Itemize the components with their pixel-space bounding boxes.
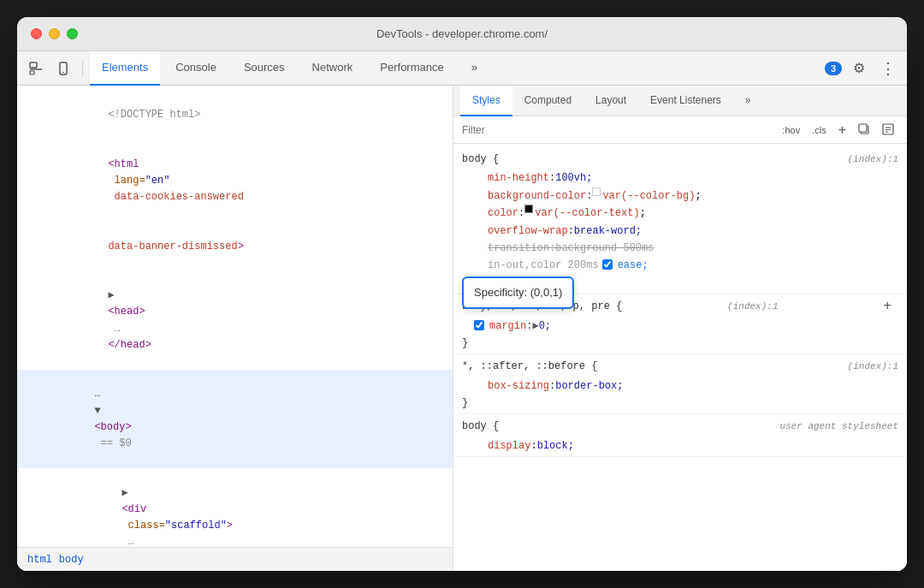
color-swatch[interactable] [524,205,533,213]
css-prop-line: overflow-wrap : break-word; [453,223,907,240]
dom-line: <html lang="en" data-cookies-answered [17,140,453,223]
css-arrow[interactable]: ▶ [532,318,538,335]
traffic-lights [31,28,78,39]
css-origin: (index):1 [848,151,898,168]
css-close-brace: } [453,335,907,352]
settings-icon[interactable]: ⚙ [847,56,871,80]
svg-point-4 [62,71,64,73]
css-prop-value: 100vh; [555,169,592,187]
toolbar-right: 3 ⚙ ⋮ [825,56,900,80]
css-selector[interactable]: body { [462,418,499,435]
css-prop-line: box-sizing : border-box; [453,377,907,395]
css-selector-line: body { (index):1 [453,149,907,169]
css-prop-value: 0; [539,318,551,335]
css-prop-name[interactable]: transition [488,240,549,257]
css-prop-line: margin : ▶ 0; [453,318,907,335]
filter-cls-btn[interactable]: .cls [808,122,831,138]
filter-plus-btn[interactable]: + [834,120,850,140]
dom-panel: <!DOCTYPE html> <html lang="en" data-coo… [17,86,453,571]
css-rule-universal: *, ::after, ::before { (index):1 box-siz… [453,354,907,414]
css-selector[interactable]: *, ::after, ::before { [462,358,597,375]
css-prop-value: break-word; [574,223,642,240]
add-rule-btn[interactable]: + [883,300,891,313]
dom-line: data-banner-dismissed> [17,223,453,272]
svg-rect-0 [30,62,37,68]
css-prop-line: color : var(--color-text) ; [453,205,907,222]
filter-copy-btn[interactable] [854,121,874,140]
tab-more[interactable]: » [459,51,489,86]
breadcrumb-body[interactable]: body [59,554,84,566]
titlebar: DevTools - developer.chrome.com/ [17,17,907,51]
dom-tree[interactable]: <!DOCTYPE html> <html lang="en" data-coo… [17,86,453,547]
css-origin: (index):1 [727,299,778,315]
css-prop-name[interactable]: display [488,437,530,454]
tab-styles-more[interactable]: » [733,86,763,116]
css-prop-line: transition : background 500ms [453,240,907,257]
filter-actions: :hov .cls + [778,120,898,140]
css-prop-name[interactable]: box-sizing [488,377,549,395]
css-prop-line: min-height : 100vh; [453,169,907,187]
dom-line: <!DOCTYPE html> [17,91,453,140]
css-prop-name[interactable]: overflow-wrap [488,223,568,240]
devtools-main: Elements Console Sources Network Perform… [17,51,907,571]
tab-network[interactable]: Network [300,51,365,86]
css-prop-checkbox[interactable] [474,320,484,330]
css-prop-name[interactable]: color [488,205,518,222]
more-options-icon[interactable]: ⋮ [876,56,900,80]
maximize-button[interactable] [67,28,78,39]
css-var: var(--color-text) [535,205,639,222]
window-title: DevTools - developer.chrome.com/ [376,27,548,40]
dom-line: ▶ <head> … </head> [17,271,453,370]
specificity-tooltip: Specificity: (0,0,1) [462,276,574,309]
svg-rect-2 [30,71,34,74]
tab-computed[interactable]: Computed [512,86,583,116]
inspect-icon[interactable] [24,56,48,80]
css-selector[interactable]: body { [462,151,499,168]
divider [82,60,83,77]
css-close-brace: } [453,395,907,412]
css-prop-name[interactable]: min-height [488,169,549,187]
tab-layout[interactable]: Layout [583,86,638,116]
tab-console[interactable]: Console [163,51,228,86]
tab-sources[interactable]: Sources [232,51,297,86]
top-toolbar: Elements Console Sources Network Perform… [17,51,907,86]
filter-input[interactable] [462,124,771,136]
css-rule-body-ua: body { user agent stylesheet display : b… [453,414,907,457]
css-rules: Specificity: (0,0,1) body { (index):1 mi… [453,144,907,571]
css-selector-line: body { user agent stylesheet [453,416,907,437]
styles-tab-bar: Styles Computed Layout Event Listeners » [453,86,907,116]
css-prop-checkbox[interactable] [602,259,613,270]
close-button[interactable] [31,28,42,39]
breadcrumb: html body [17,547,453,571]
tab-styles[interactable]: Styles [460,86,512,116]
css-prop-value: block; [537,437,574,454]
css-origin: (index):1 [848,359,898,375]
css-prop-line: display : block; [453,437,907,454]
css-prop-value: border-box; [555,377,623,395]
css-var: var(--color-bg) [602,187,695,205]
styles-panel: Styles Computed Layout Event Listeners »… [453,86,907,571]
color-swatch[interactable] [592,187,601,196]
tab-event-listeners[interactable]: Event Listeners [638,86,733,116]
notification-badge[interactable]: 3 [825,62,842,75]
device-icon[interactable] [51,56,75,80]
css-origin-ua: user agent stylesheet [779,419,898,435]
filter-bar: :hov .cls + [453,116,907,144]
dom-line-body: … ▼ <body> == $0 [17,370,453,468]
minimize-button[interactable] [49,28,60,39]
main-content: <!DOCTYPE html> <html lang="en" data-coo… [17,86,907,571]
css-selector-line: *, ::after, ::before { (index):1 [453,356,907,377]
tab-elements[interactable]: Elements [90,51,160,86]
css-prop-line: background-color : var(--color-bg) ; [453,187,907,205]
filter-hov-btn[interactable]: :hov [778,122,804,138]
tab-performance[interactable]: Performance [368,51,455,86]
css-prop-name[interactable]: background-color [488,187,586,205]
breadcrumb-html[interactable]: html [27,554,52,566]
css-rule-body: body { (index):1 min-height : 100vh; bac… [453,147,907,294]
css-prop-line: in-out,color 200ms ease; [453,257,907,274]
devtools-window: DevTools - developer.chrome.com/ [17,17,907,571]
filter-expand-btn[interactable] [878,121,898,140]
svg-rect-6 [859,124,867,132]
css-prop-name[interactable]: margin [489,318,526,335]
dom-line: ▶ <div class="scaffold"> … </div> grid [17,468,453,547]
